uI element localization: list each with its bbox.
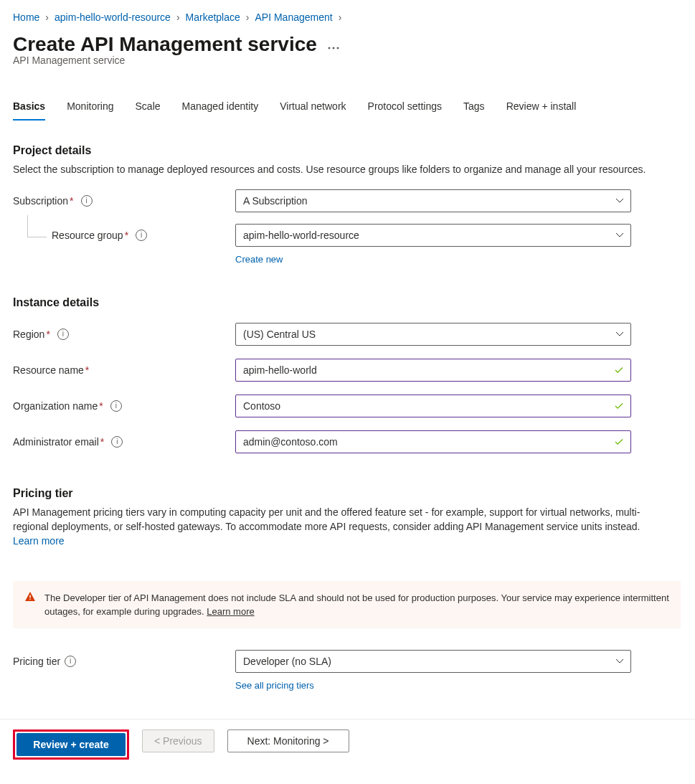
admin-email-input[interactable]: admin@contoso.com [235,430,631,453]
chevron-right-icon: › [174,10,183,24]
info-icon[interactable]: i [57,329,69,340]
breadcrumb: Home › apim-hello-world-resource › Marke… [13,10,681,24]
chevron-right-icon: › [42,10,52,24]
subscription-value: A Subscription [243,194,308,208]
info-icon[interactable]: i [110,400,122,412]
admin-email-label: Administrator email [13,435,99,449]
organization-name-label: Organization name [13,399,98,413]
required-icon: * [99,399,103,413]
tab-scale[interactable]: Scale [136,99,161,121]
breadcrumb-resource[interactable]: apim-hello-world-resource [55,10,171,24]
tabs: Basics Monitoring Scale Managed identity… [13,99,681,121]
chevron-down-icon [615,330,624,339]
required-icon: * [70,194,73,208]
resource-name-input[interactable]: apim-hello-world [235,359,631,382]
tree-line [27,215,47,237]
page-title-row: Create API Management service ⋯ [13,37,681,52]
page-title: Create API Management service [13,37,317,52]
breadcrumb-home[interactable]: Home [13,10,39,24]
section-pricing-tier: Pricing tier [13,486,681,501]
breadcrumb-apimanagement[interactable]: API Management [255,10,332,24]
review-create-highlight: Review + create [13,729,129,760]
info-icon[interactable]: i [65,656,76,667]
region-select[interactable]: (US) Central US [235,323,631,346]
pricing-tier-label: Pricing tier [13,654,60,669]
chevron-down-icon [615,231,624,240]
section-instance-details: Instance details [13,296,681,310]
checkmark-icon [614,365,624,375]
resource-name-label: Resource name [13,363,84,377]
tab-virtual-network[interactable]: Virtual network [280,99,346,121]
create-new-resource-group-link[interactable]: Create new [235,254,283,265]
required-icon: * [125,228,128,242]
admin-email-value: admin@contoso.com [243,435,338,449]
tab-tags[interactable]: Tags [463,99,485,121]
more-menu-icon[interactable]: ⋯ [327,41,341,54]
info-icon[interactable]: i [111,436,123,448]
required-icon: * [100,435,104,449]
info-icon[interactable]: i [136,230,147,241]
region-label: Region [13,327,44,341]
tab-protocol-settings[interactable]: Protocol settings [368,99,443,121]
required-icon: * [46,327,49,341]
pricing-tier-warning-text: The Developer tier of API Management doe… [44,592,669,617]
subscription-label: Subscription [13,194,68,208]
pricing-tier-description-text: API Management pricing tiers vary in com… [13,506,640,532]
organization-name-value: Contoso [243,399,280,413]
checkmark-icon [614,437,624,447]
svg-rect-1 [29,599,30,600]
pricing-learn-more-link[interactable]: Learn more [13,535,65,547]
pricing-tier-value: Developer (no SLA) [243,654,331,669]
footer-buttons: Review + create < Previous Next: Monitor… [13,719,681,774]
chevron-down-icon [615,657,624,666]
warning-icon [24,591,36,603]
subscription-select[interactable]: A Subscription [235,189,631,212]
pricing-tier-select[interactable]: Developer (no SLA) [235,650,631,673]
checkmark-icon [614,401,624,411]
pricing-tier-warning-learn-more[interactable]: Learn more [207,606,254,617]
previous-button[interactable]: < Previous [142,729,214,752]
chevron-right-icon: › [243,10,252,24]
project-details-description: Select the subscription to manage deploy… [13,162,658,176]
see-all-pricing-tiers-link[interactable]: See all pricing tiers [235,680,314,691]
required-icon: * [85,363,89,377]
tab-basics[interactable]: Basics [13,99,45,121]
info-icon[interactable]: i [81,195,93,207]
resource-group-select[interactable]: apim-hello-world-resource [235,224,631,247]
region-value: (US) Central US [243,327,316,341]
tab-monitoring[interactable]: Monitoring [67,99,113,121]
chevron-right-icon: › [336,10,345,24]
next-button[interactable]: Next: Monitoring > [227,729,349,752]
tab-review-install[interactable]: Review + install [506,99,577,121]
breadcrumb-marketplace[interactable]: Marketplace [186,10,240,24]
organization-name-input[interactable]: Contoso [235,395,631,417]
chevron-down-icon [615,197,624,205]
pricing-tier-warning: The Developer tier of API Management doe… [13,581,681,628]
resource-group-value: apim-hello-world-resource [243,228,359,242]
review-create-button[interactable]: Review + create [16,733,126,756]
section-project-details: Project details [13,143,681,158]
tab-managed-identity[interactable]: Managed identity [182,99,259,121]
pricing-tier-description: API Management pricing tiers vary in com… [13,505,658,548]
resource-group-label: Resource group [52,228,123,242]
svg-rect-0 [29,595,30,598]
page-subtitle: API Management service [13,53,681,67]
resource-name-value: apim-hello-world [243,363,317,377]
